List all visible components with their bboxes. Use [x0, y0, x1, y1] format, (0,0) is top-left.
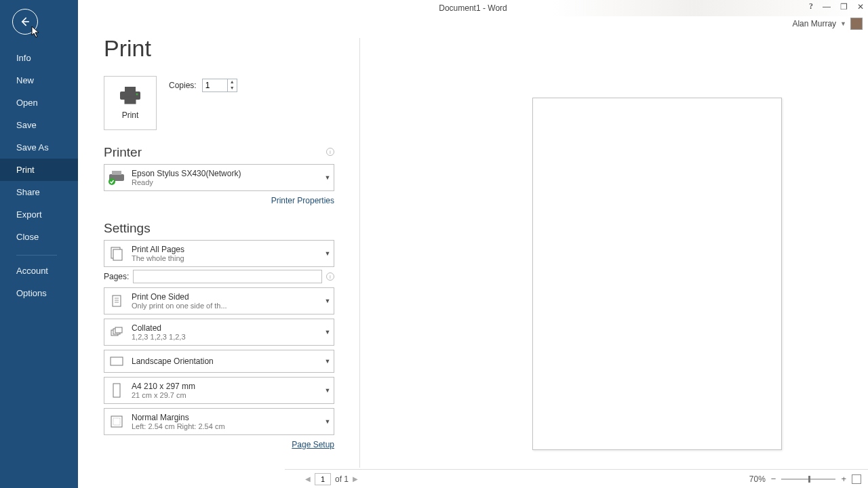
sided-dropdown[interactable]: Print One Sided Only print on one side o… [104, 287, 334, 314]
print-preview [363, 38, 868, 468]
collated-icon [104, 324, 129, 340]
chevron-down-icon: ▼ [321, 250, 334, 257]
vertical-divider [359, 38, 360, 468]
info-icon[interactable]: i [326, 272, 334, 281]
info-icon[interactable]: i [326, 148, 334, 156]
nav-export[interactable]: Export [0, 203, 78, 226]
fit-to-window-button[interactable] [852, 474, 861, 484]
svg-rect-18 [111, 416, 122, 427]
paper-title: A4 210 x 297 mm [132, 382, 319, 391]
nav-account[interactable]: Account [0, 260, 78, 282]
print-panel: Print Print Copies: ▲▼ Printe [78, 0, 868, 468]
print-scope-sub: The whole thing [132, 254, 319, 262]
svg-rect-15 [115, 327, 122, 333]
sided-sub: Only print on one side of th... [132, 302, 319, 310]
settings-heading: Settings [104, 221, 334, 236]
pages-label: Pages: [104, 272, 129, 281]
zoom-out-button[interactable]: − [771, 474, 776, 484]
nav-close[interactable]: Close [0, 226, 78, 248]
nav-share[interactable]: Share [0, 181, 78, 203]
copies-label: Copies: [169, 81, 197, 90]
page-number-input[interactable] [315, 473, 331, 485]
chevron-down-icon: ▼ [321, 358, 334, 365]
back-arrow-icon [18, 15, 32, 28]
printer-icon [119, 86, 142, 105]
nav-open[interactable]: Open [0, 92, 78, 114]
print-scope-title: Print All Pages [132, 245, 319, 254]
paper-icon [104, 382, 129, 399]
nav-info[interactable]: Info [0, 47, 78, 69]
margins-title: Normal Margins [132, 413, 319, 422]
printer-heading: Printer i [104, 145, 334, 160]
collate-sub: 1,2,3 1,2,3 1,2,3 [132, 333, 319, 341]
nav-save-as[interactable]: Save As [0, 136, 78, 159]
preview-status-bar: ◀ of 1 ▶ 70% − + [285, 469, 868, 488]
svg-rect-8 [113, 249, 122, 260]
orientation-dropdown[interactable]: Landscape Orientation ▼ [104, 350, 334, 373]
paper-size-dropdown[interactable]: A4 210 x 297 mm 21 cm x 29.7 cm ▼ [104, 377, 334, 404]
margins-dropdown[interactable]: Normal Margins Left: 2.54 cm Right: 2.54… [104, 408, 334, 435]
nav-options[interactable]: Options [0, 282, 78, 304]
copies-up[interactable]: ▲ [228, 79, 237, 85]
nav-new[interactable]: New [0, 69, 78, 92]
margins-sub: Left: 2.54 cm Right: 2.54 cm [132, 422, 319, 430]
svg-rect-5 [112, 171, 121, 175]
one-sided-icon [104, 293, 129, 309]
nav-list: Info New Open Save Save As Print Share E… [0, 47, 78, 304]
svg-rect-16 [111, 357, 123, 365]
sided-title: Print One Sided [132, 292, 319, 302]
chevron-down-icon: ▼ [321, 387, 334, 394]
copies-input[interactable] [203, 79, 227, 92]
copies-spinner[interactable]: ▲▼ [202, 79, 237, 92]
preview-page [532, 98, 782, 450]
pages-icon [104, 245, 129, 262]
svg-rect-9 [113, 296, 121, 306]
printer-properties-link[interactable]: Printer Properties [271, 196, 334, 205]
paper-sub: 21 cm x 29.7 cm [132, 391, 319, 399]
print-scope-dropdown[interactable]: Print All Pages The whole thing ▼ [104, 240, 334, 267]
landscape-icon [104, 354, 129, 368]
collate-title: Collated [132, 323, 319, 333]
svg-rect-0 [125, 87, 136, 92]
nav-save[interactable]: Save [0, 114, 78, 136]
page-total: of 1 [335, 474, 349, 484]
printer-name: Epson Stylus SX430(Network) [132, 169, 319, 178]
page-setup-link[interactable]: Page Setup [292, 440, 334, 449]
pages-input[interactable] [133, 270, 322, 283]
svg-point-3 [136, 94, 138, 96]
nav-separator [16, 255, 57, 256]
zoom-percent: 70% [749, 474, 766, 484]
zoom-slider[interactable] [781, 479, 835, 480]
mouse-cursor-icon [31, 26, 41, 38]
printer-dropdown[interactable]: Epson Stylus SX430(Network) Ready ▼ [104, 164, 334, 191]
orientation-title: Landscape Orientation [132, 351, 319, 371]
svg-point-6 [108, 178, 115, 185]
prev-page-button[interactable]: ◀ [305, 475, 311, 483]
chevron-down-icon: ▼ [321, 418, 334, 425]
next-page-button[interactable]: ▶ [353, 475, 358, 483]
svg-rect-17 [113, 384, 120, 397]
backstage-sidebar: Info New Open Save Save As Print Share E… [0, 0, 78, 488]
chevron-down-icon: ▼ [321, 298, 334, 304]
nav-print[interactable]: Print [0, 159, 78, 181]
chevron-down-icon: ▼ [321, 174, 334, 181]
chevron-down-icon: ▼ [321, 329, 334, 336]
zoom-in-button[interactable]: + [841, 474, 846, 484]
printer-ready-icon [104, 170, 129, 185]
printer-status: Ready [132, 178, 319, 186]
copies-down[interactable]: ▼ [228, 85, 237, 92]
margins-icon [104, 413, 129, 430]
print-button[interactable]: Print [104, 76, 157, 130]
print-button-label: Print [122, 110, 139, 120]
collate-dropdown[interactable]: Collated 1,2,3 1,2,3 1,2,3 ▼ [104, 319, 334, 346]
svg-rect-2 [125, 97, 136, 104]
